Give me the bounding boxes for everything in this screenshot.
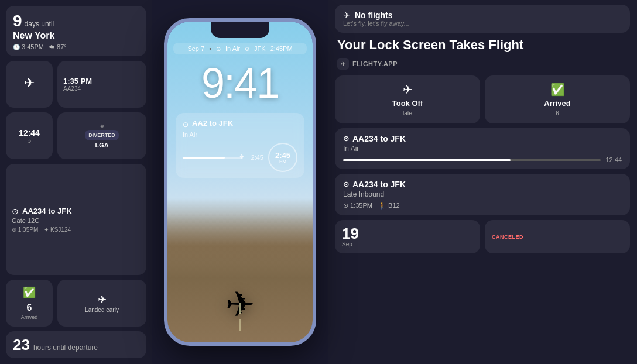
- widget-row-2: 12:44 ⏱ ◈ DIVERTED LGA: [6, 112, 146, 159]
- flighty-app-label: FLIGHTY.APP: [352, 60, 398, 67]
- gate-flight: AA234 to JFK: [22, 207, 72, 215]
- right-panel: ✈ No flights Let's fly, let's fly away..…: [328, 0, 637, 364]
- phone-progress-bar: ✈: [183, 157, 243, 159]
- card2-status: Late Inbound: [343, 190, 622, 198]
- arrived-icon: ✅: [23, 286, 36, 299]
- diverted-icon: ◈: [100, 123, 104, 129]
- took-off-label: Took Off: [392, 99, 423, 108]
- right-widgets-row: ✈ Took Off late ✅ Arrived 6: [335, 75, 630, 123]
- card1-flight: AA234 to JFK: [352, 134, 406, 143]
- took-off-widget: ✈ Took Off late: [335, 75, 480, 123]
- days-label: days until: [25, 20, 54, 28]
- landed-icon: ✈: [98, 293, 107, 306]
- clock-icon: ⏱: [27, 139, 32, 144]
- flighty-tagline: Let's fly, let's fly away...: [343, 20, 622, 27]
- phone-dest-icon: ⊙: [245, 46, 249, 52]
- phone-widget-status: In Air: [183, 131, 297, 138]
- clock-widget: 12:44 ⏱: [6, 112, 53, 159]
- flighty-app-row: ✈ FLIGHTY.APP: [335, 57, 630, 71]
- flight-number-small: AA234: [63, 85, 81, 92]
- no-flights-label: No flights: [355, 11, 393, 20]
- bottom-row: 19 Sep CANCELED: [335, 220, 630, 253]
- bottom-date-card: 19 Sep: [335, 220, 480, 253]
- airplane-icon: ✈: [24, 75, 35, 91]
- gate-widget: ⊙ AA234 to JFK Gate 12C ⊙ 1:35PM ✦ KSJ12…: [6, 164, 146, 275]
- card1-progress-row: 12:44: [343, 156, 622, 163]
- took-off-sublabel: late: [403, 110, 412, 116]
- bottom-date-num: 19: [342, 226, 473, 241]
- airplane-mode-widget: ✈: [6, 61, 53, 108]
- landed-early-widget: ✈ Landed early: [57, 280, 146, 327]
- days-number: 9: [13, 12, 22, 30]
- phone-status: In Air: [225, 45, 240, 52]
- arrived-label: Arrived: [21, 314, 38, 320]
- days-widget: 9 days until New York 🕒 3:45PM 🌧 87°: [6, 6, 146, 56]
- gate-number: Gate 12C: [12, 217, 141, 224]
- phone-screen: Sep 7 • ⊙ In Air ⊙ JFK 2:45PM 9:41 ⊙ AA2…: [167, 22, 313, 342]
- hours-widget: 23 hours until departure: [6, 331, 146, 358]
- phone-runway: ✈: [167, 181, 313, 342]
- phone-progress-fill: [183, 157, 225, 159]
- card1-progress-bar: [343, 159, 601, 161]
- plane-progress-icon: ✈: [239, 153, 244, 160]
- center-phone: Sep 7 • ⊙ In Air ⊙ JFK 2:45PM 9:41 ⊙ AA2…: [152, 0, 328, 364]
- landed-label: Landed early: [85, 306, 119, 314]
- card2-flight: AA234 to JFK: [352, 180, 406, 189]
- right-card-1: ⊙ AA234 to JFK In Air 12:44: [335, 128, 630, 169]
- phone-widget-flight: AA2 to JFK: [192, 119, 233, 128]
- canceled-label: CANCELED: [492, 234, 623, 240]
- card1-title: ⊙ AA234 to JFK: [343, 134, 622, 143]
- phone-widget-icon: ⊙: [183, 121, 189, 129]
- took-off-icon: ✈: [403, 83, 413, 97]
- phone-dest: JFK: [254, 45, 266, 52]
- diverted-airport: LGA: [95, 142, 108, 149]
- time-label: 🕒 3:45PM: [13, 43, 44, 50]
- card2-gate: 🚶 B12: [378, 202, 400, 210]
- phone-circle-time: 2:45: [275, 152, 290, 159]
- diverted-label: DIVERTED: [85, 130, 119, 140]
- gate-plane-icon: ⊙: [12, 207, 19, 216]
- clock-time: 12:44: [19, 128, 40, 138]
- card1-time: 12:44: [605, 156, 622, 163]
- flighty-header: ✈ No flights Let's fly, let's fly away..…: [335, 5, 630, 33]
- phone-frame: Sep 7 • ⊙ In Air ⊙ JFK 2:45PM 9:41 ⊙ AA2…: [164, 18, 316, 346]
- widget-row-3: ✅ 6 Arrived ✈ Landed early: [6, 280, 146, 327]
- phone-progress-row: ✈ 2:45 2:45 PM: [183, 143, 297, 172]
- hours-number: 23: [13, 337, 30, 352]
- card2-details: ⊙ 1:35PM 🚶 B12: [343, 202, 622, 210]
- right-title: Your Lock Screen Takes Flight: [335, 37, 630, 52]
- arrived-number: 6: [27, 303, 32, 313]
- phone-time: 9:41: [167, 59, 313, 107]
- card1-progress-fill: [343, 159, 511, 161]
- left-panel: 9 days until New York 🕒 3:45PM 🌧 87° ✈ 1…: [0, 0, 152, 364]
- gate-code: ✦ KSJ124: [44, 226, 71, 233]
- card1-status: In Air: [343, 145, 622, 153]
- flighty-app-icon: ✈: [337, 58, 349, 70]
- right-card-2: ⊙ AA234 to JFK Late Inbound ⊙ 1:35PM 🚶 B…: [335, 174, 630, 215]
- gate-time: ⊙ 1:35PM: [12, 226, 38, 233]
- card2-title: ⊙ AA234 to JFK: [343, 180, 622, 189]
- phone-eta: 2:45: [251, 154, 263, 161]
- hours-label: hours until departure: [33, 344, 98, 352]
- card2-time: ⊙ 1:35PM: [343, 202, 372, 210]
- city-label: New York: [13, 30, 139, 41]
- arrived-widget: ✅ 6 Arrived: [6, 280, 53, 327]
- arrived-check-icon: ✅: [550, 83, 565, 97]
- runway-lines: [239, 303, 241, 331]
- arrived-count-widget: ✅ Arrived 6: [485, 75, 630, 123]
- phone-flight-icon: ⊙: [216, 46, 221, 52]
- flighty-plane-icon: ✈: [343, 11, 350, 20]
- phone-flight-bar: Sep 7 • ⊙ In Air ⊙ JFK 2:45PM: [173, 43, 307, 54]
- weather-label: 🌧 87°: [49, 43, 67, 50]
- widget-row-1: ✈ 1:35 PM AA234: [6, 61, 146, 108]
- bottom-canceled-card: CANCELED: [485, 220, 630, 253]
- diverted-widget: ◈ DIVERTED LGA: [57, 112, 146, 159]
- card2-icon: ⊙: [343, 180, 349, 188]
- phone-notch: [211, 22, 269, 38]
- phone-eta-circle: 2:45 PM: [268, 143, 297, 172]
- phone-circle-unit: PM: [279, 159, 286, 164]
- arrived-count: 6: [556, 110, 559, 116]
- phone-lockscreen-widget: ⊙ AA2 to JFK In Air ✈ 2:45 2:45 PM: [176, 113, 304, 178]
- bottom-date-month: Sep: [342, 241, 473, 248]
- card1-icon: ⊙: [343, 135, 349, 143]
